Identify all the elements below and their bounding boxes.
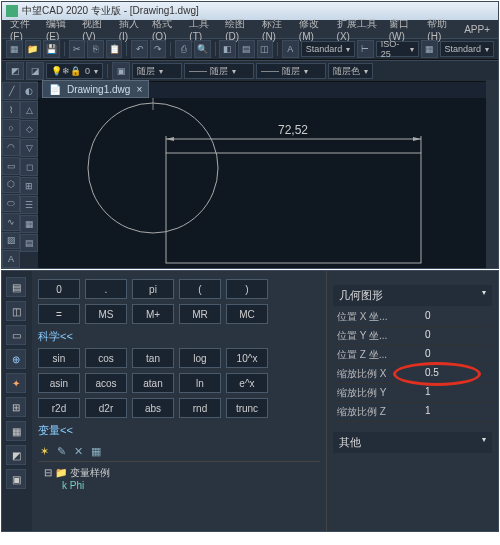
menu-item[interactable]: 编辑(E) xyxy=(42,16,76,43)
redo-button[interactable]: ↷ xyxy=(150,40,167,58)
calc-key[interactable]: atan xyxy=(132,373,174,393)
menu-item[interactable]: 插入(I) xyxy=(115,16,146,43)
menu-item[interactable]: 绘图(D) xyxy=(221,16,256,43)
arc-tool-button[interactable]: ◠ xyxy=(2,138,20,156)
tool-button[interactable]: ◧ xyxy=(219,40,236,58)
menu-item[interactable]: APP+ xyxy=(460,23,494,36)
calc-key[interactable]: MC xyxy=(226,304,268,324)
calc-key[interactable]: log xyxy=(179,348,221,368)
property-value[interactable]: 1 xyxy=(425,386,431,400)
plot-color-select[interactable]: 随层色 xyxy=(328,63,373,79)
ellipse-tool-button[interactable]: ⬭ xyxy=(2,194,20,212)
property-value[interactable]: 0 xyxy=(425,329,431,343)
layer-select[interactable]: 💡❄🔒 0 xyxy=(46,63,103,79)
dim-style-select[interactable]: ISO-25 xyxy=(376,41,419,57)
dim-tool-button[interactable]: ⊢ xyxy=(357,40,374,58)
pline-tool-button[interactable]: ⌇ xyxy=(2,101,20,119)
open-file-button[interactable]: 📁 xyxy=(25,40,42,58)
property-row[interactable]: 缩放比例 X0.5 xyxy=(333,365,492,384)
var-tool-icon[interactable]: ✶ xyxy=(40,445,49,458)
table-style-select[interactable]: Standard xyxy=(440,41,495,57)
layer-button[interactable]: ◩ xyxy=(6,62,24,80)
palette-icon[interactable]: ▦ xyxy=(6,421,26,441)
calc-key[interactable]: sin xyxy=(38,348,80,368)
calc-key[interactable]: . xyxy=(85,279,127,299)
copy-button[interactable]: ⎘ xyxy=(87,40,104,58)
menu-item[interactable]: 修改(M) xyxy=(295,16,331,43)
color-select[interactable]: 随层 xyxy=(132,63,182,79)
calc-key[interactable]: asin xyxy=(38,373,80,393)
line-tool-button[interactable]: ╱ xyxy=(2,82,20,100)
property-value[interactable]: 0 xyxy=(425,348,431,362)
var-tool-icon[interactable]: ✕ xyxy=(74,445,83,458)
calc-key[interactable]: MR xyxy=(179,304,221,324)
tab-close-button[interactable]: × xyxy=(136,84,142,95)
save-button[interactable]: 💾 xyxy=(43,40,60,58)
cut-button[interactable]: ✂ xyxy=(69,40,86,58)
property-row[interactable]: 位置 Y 坐...0 xyxy=(333,327,492,346)
rect-tool-button[interactable]: ▭ xyxy=(2,157,20,175)
calc-key[interactable]: acos xyxy=(85,373,127,393)
property-value[interactable]: 1 xyxy=(425,405,431,419)
lineweight-select[interactable]: —— 随层 xyxy=(256,63,326,79)
calc-key[interactable]: 0 xyxy=(38,279,80,299)
modify-button[interactable]: ☰ xyxy=(20,196,38,214)
property-row[interactable]: 缩放比例 Z1 xyxy=(333,403,492,422)
text-tool-button[interactable]: A xyxy=(2,250,20,268)
var-tool-icon[interactable]: ▦ xyxy=(91,445,101,458)
modify-button[interactable]: ◻ xyxy=(20,158,38,176)
tool-button[interactable]: ◫ xyxy=(257,40,274,58)
calc-key[interactable]: ( xyxy=(179,279,221,299)
palette-icon[interactable]: ▭ xyxy=(6,325,26,345)
calc-key[interactable]: r2d xyxy=(38,398,80,418)
print-button[interactable]: ⎙ xyxy=(175,40,192,58)
property-value[interactable]: 0 xyxy=(425,310,431,324)
modify-button[interactable]: ▤ xyxy=(20,234,38,252)
hatch-tool-button[interactable]: ▨ xyxy=(2,232,20,250)
palette-icon[interactable]: ◩ xyxy=(6,445,26,465)
menu-item[interactable]: 扩展工具(X) xyxy=(333,16,383,43)
palette-icon[interactable]: ▤ xyxy=(6,277,26,297)
prop-group-other[interactable]: 其他 xyxy=(333,432,492,453)
menu-item[interactable]: 帮助(H) xyxy=(423,16,458,43)
calc-key[interactable]: e^x xyxy=(226,373,268,393)
calc-key[interactable]: abs xyxy=(132,398,174,418)
modify-button[interactable]: △ xyxy=(20,101,38,119)
menu-item[interactable]: 工具(T) xyxy=(185,16,219,43)
linetype-select[interactable]: —— 随层 xyxy=(184,63,254,79)
palette-icon[interactable]: ⊞ xyxy=(6,397,26,417)
calc-key[interactable]: trunc xyxy=(226,398,268,418)
menu-item[interactable]: 标注(N) xyxy=(258,16,293,43)
calc-key[interactable]: MS xyxy=(85,304,127,324)
calc-key[interactable]: ln xyxy=(179,373,221,393)
property-row[interactable]: 位置 Z 坐...0 xyxy=(333,346,492,365)
modify-button[interactable]: ▽ xyxy=(20,139,38,157)
drawing-tab[interactable]: 📄 Drawing1.dwg × xyxy=(42,80,149,98)
property-value[interactable]: 0.5 xyxy=(425,367,439,381)
tree-folder[interactable]: ⊟ 📁 变量样例 xyxy=(44,466,320,480)
property-row[interactable]: 缩放比例 Y1 xyxy=(333,384,492,403)
undo-button[interactable]: ↶ xyxy=(131,40,148,58)
modify-button[interactable]: ▦ xyxy=(20,215,38,233)
drawing-canvas[interactable]: 72,52 xyxy=(38,98,498,268)
menu-item[interactable]: 文件(F) xyxy=(6,16,40,43)
new-file-button[interactable]: ▦ xyxy=(6,40,23,58)
calc-key[interactable]: M+ xyxy=(132,304,174,324)
modify-button[interactable]: ◇ xyxy=(20,120,38,138)
calc-key[interactable]: d2r xyxy=(85,398,127,418)
palette-icon[interactable]: ✦ xyxy=(6,373,26,393)
calc-key[interactable]: cos xyxy=(85,348,127,368)
calc-key[interactable]: pi xyxy=(132,279,174,299)
polygon-tool-button[interactable]: ⬡ xyxy=(2,176,20,194)
spline-tool-button[interactable]: ∿ xyxy=(2,213,20,231)
property-row[interactable]: 位置 X 坐...0 xyxy=(333,308,492,327)
circle-tool-button[interactable]: ○ xyxy=(2,119,20,137)
modify-button[interactable]: ◐ xyxy=(20,82,38,100)
var-tool-icon[interactable]: ✎ xyxy=(57,445,66,458)
color-button[interactable]: ▣ xyxy=(112,62,130,80)
modify-button[interactable]: ⊞ xyxy=(20,177,38,195)
calc-key[interactable]: 10^x xyxy=(226,348,268,368)
menu-item[interactable]: 格式(O) xyxy=(148,16,183,43)
calc-key[interactable]: = xyxy=(38,304,80,324)
palette-icon[interactable]: ◫ xyxy=(6,301,26,321)
